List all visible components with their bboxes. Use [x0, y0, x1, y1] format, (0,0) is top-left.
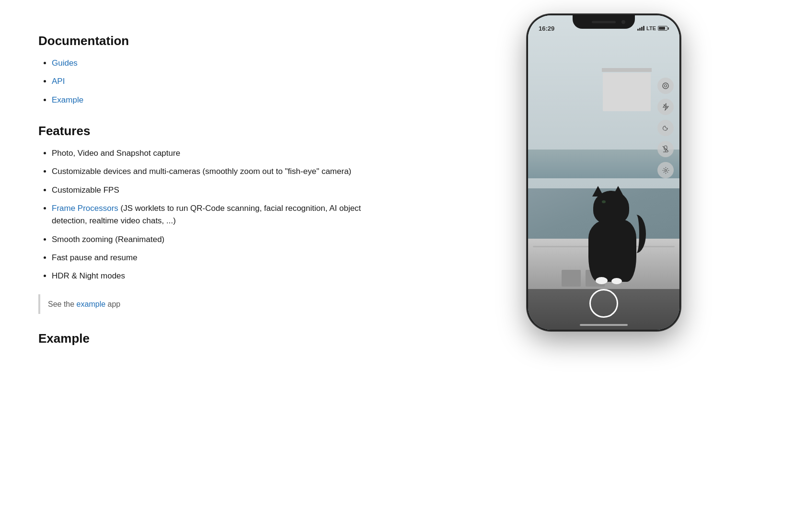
feature-item-customizable: Customizable devices and multi-cameras (… — [52, 165, 383, 178]
feature-hdr-text: HDR & Night modes — [52, 271, 125, 280]
feature-pause-text: Fast pause and resume — [52, 253, 138, 262]
no-mic-icon[interactable] — [657, 141, 674, 157]
cat-silhouette — [579, 186, 651, 282]
example-link[interactable]: Example — [52, 95, 83, 104]
cat-paw-2 — [611, 278, 622, 284]
example-title: Example — [38, 331, 383, 346]
svg-point-0 — [663, 83, 668, 89]
documentation-title: Documentation — [38, 34, 383, 48]
bar-2 — [639, 28, 641, 31]
home-indicator — [580, 324, 628, 326]
documentation-links-list: Guides API Example — [38, 57, 383, 106]
frame-processors-link[interactable]: Frame Processors — [52, 204, 118, 213]
camera-flip-icon[interactable] — [657, 78, 674, 94]
signal-bars — [637, 26, 644, 31]
flash-icon[interactable] — [657, 99, 674, 115]
camera-side-controls — [657, 78, 674, 178]
guides-link[interactable]: Guides — [52, 58, 78, 68]
feature-item-photo: Photo, Video and Snapshot capture — [52, 147, 383, 160]
cat-paw — [596, 277, 608, 284]
feature-zoom-text: Smooth zooming (Reanimated) — [52, 235, 164, 244]
camera-view — [528, 15, 679, 330]
status-bar: 16:29 LTE — [529, 16, 678, 37]
list-item-api: API — [52, 75, 383, 88]
feature-photo-text: Photo, Video and Snapshot capture — [52, 149, 180, 158]
cat-eye — [602, 200, 606, 203]
battery-fill — [659, 27, 665, 30]
svg-point-1 — [665, 85, 667, 87]
features-title: Features — [38, 124, 383, 139]
feature-item-frame-processors: Frame Processors (JS worklets to run QR-… — [52, 202, 383, 228]
phone-screen: 16:29 LTE — [528, 15, 679, 330]
phone-mockup: 16:29 LTE — [527, 14, 680, 331]
phone-container: 16:29 LTE — [527, 14, 680, 331]
right-panel: 16:29 LTE — [412, 0, 805, 532]
blockquote-before-text: See the — [48, 300, 77, 308]
building-shape — [603, 73, 651, 111]
blockquote-after-text: app — [105, 300, 120, 308]
feature-item-pause: Fast pause and resume — [52, 252, 383, 264]
fence-area — [528, 150, 679, 178]
battery-icon — [658, 26, 669, 31]
night-mode-icon[interactable] — [657, 120, 674, 136]
battery-tip — [668, 27, 669, 30]
feature-fps-text: Customizable FPS — [52, 185, 119, 195]
list-item-example-doc: Example — [52, 94, 383, 106]
bar-1 — [637, 29, 639, 31]
shutter-button[interactable] — [589, 289, 618, 318]
cat-tail — [627, 215, 646, 253]
features-list: Photo, Video and Snapshot capture Custom… — [38, 147, 383, 283]
bar-4 — [643, 26, 644, 31]
feature-item-hdr: HDR & Night modes — [52, 270, 383, 282]
feature-item-fps: Customizable FPS — [52, 184, 383, 197]
settings-icon[interactable] — [657, 162, 674, 178]
api-link[interactable]: API — [52, 77, 65, 86]
blockquote: See the example app — [38, 294, 383, 314]
building-roof — [602, 68, 652, 72]
battery-body — [658, 26, 667, 31]
ledge-hole-1 — [562, 270, 581, 287]
status-time: 16:29 — [539, 25, 554, 32]
svg-point-7 — [665, 169, 667, 171]
lte-label: LTE — [646, 25, 656, 31]
status-icons: LTE — [637, 25, 669, 31]
left-panel: Documentation Guides API Example Feature… — [0, 0, 412, 532]
list-item-guides: Guides — [52, 57, 383, 69]
feature-item-zoom: Smooth zooming (Reanimated) — [52, 233, 383, 246]
feature-customizable-text: Customizable devices and multi-cameras (… — [52, 167, 351, 176]
blockquote-example-link[interactable]: example — [77, 300, 105, 308]
bar-3 — [641, 27, 643, 31]
